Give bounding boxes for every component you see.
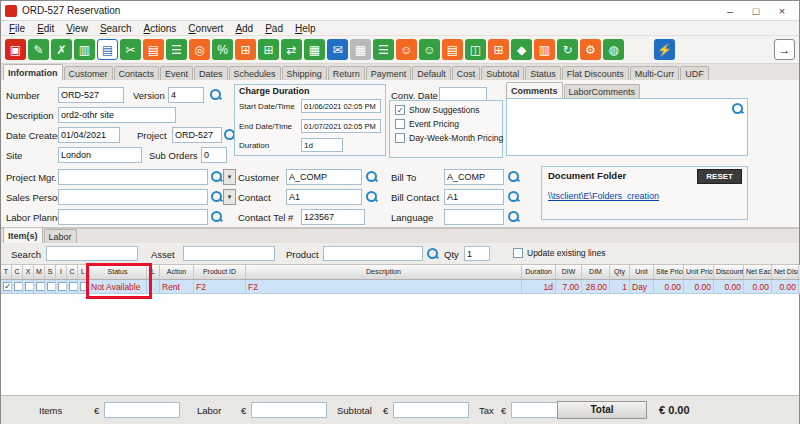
comments-tab-laborcomments[interactable]: LaborComments xyxy=(564,84,641,98)
checkbox-box[interactable] xyxy=(395,119,405,129)
site-input[interactable] xyxy=(58,147,142,163)
notes-icon[interactable]: ☰ xyxy=(166,39,187,60)
version-input[interactable] xyxy=(168,87,204,103)
row-checkbox[interactable] xyxy=(47,282,56,291)
items-total-input[interactable] xyxy=(104,402,180,418)
checkbox-event-pricing[interactable]: Event Pricing xyxy=(395,119,502,129)
locked-icon[interactable]: ▦ xyxy=(350,39,371,60)
duration-input[interactable] xyxy=(301,138,343,152)
tab-return[interactable]: Return xyxy=(328,66,365,80)
customer-input[interactable] xyxy=(286,169,362,185)
subtotal-input[interactable] xyxy=(393,402,469,418)
tab-status[interactable]: Status xyxy=(525,66,561,80)
description-input[interactable] xyxy=(58,107,176,123)
cut-icon[interactable]: ✂ xyxy=(120,39,141,60)
grid-col-m[interactable]: M xyxy=(34,265,45,279)
grid-col-diw[interactable]: DIW xyxy=(556,265,582,279)
grid-col-l[interactable]: L xyxy=(147,265,160,279)
asset-input[interactable] xyxy=(183,246,275,261)
document-folder-link[interactable]: \\tsclient\E\Folders_creation xyxy=(548,191,659,201)
row-checkbox[interactable] xyxy=(58,282,67,291)
tab-customer[interactable]: Customer xyxy=(64,66,113,80)
grid-col-x[interactable]: X xyxy=(23,265,34,279)
product-input[interactable] xyxy=(323,246,423,261)
start-datetime-input[interactable] xyxy=(301,99,381,113)
tab-subtotal[interactable]: Subtotal xyxy=(481,66,524,80)
grid-col-duration[interactable]: Duration xyxy=(522,265,556,279)
checkbox-box[interactable] xyxy=(395,133,405,143)
grid-col-status[interactable]: Status xyxy=(89,265,147,279)
menu-help[interactable]: Help xyxy=(289,23,322,34)
tasks-icon[interactable]: ▤ xyxy=(442,39,463,60)
language-input[interactable] xyxy=(444,209,504,225)
project-mgr-input[interactable] xyxy=(58,169,208,185)
star-icon[interactable]: ◆ xyxy=(511,39,532,60)
contact-search-icon[interactable] xyxy=(365,190,378,203)
menu-file[interactable]: File xyxy=(3,23,31,34)
tab-event[interactable]: Event xyxy=(160,66,193,80)
row-checkbox[interactable] xyxy=(14,282,23,291)
edit-icon[interactable]: ✎ xyxy=(28,39,49,60)
grid-col-description[interactable]: Description xyxy=(246,265,522,279)
discount-icon[interactable]: % xyxy=(212,39,233,60)
reset-button[interactable]: RESET xyxy=(697,169,742,184)
number-input[interactable] xyxy=(58,87,124,103)
purchase-cart-icon[interactable]: ⊞ xyxy=(235,39,256,60)
language-search-icon[interactable] xyxy=(507,210,520,223)
customer-search-icon[interactable] xyxy=(365,170,378,183)
contact-tel-input[interactable] xyxy=(301,209,365,225)
tab-flat-discounts[interactable]: Flat Discounts xyxy=(562,66,629,80)
transfer-icon[interactable]: ⇄ xyxy=(281,39,302,60)
copy-icon[interactable]: ▤ xyxy=(97,39,118,60)
grid-col-net-disc[interactable]: Net Disc xyxy=(772,265,799,279)
row-checkbox[interactable] xyxy=(69,282,78,291)
sales-person-input[interactable] xyxy=(58,189,208,205)
minimize-button[interactable]: – xyxy=(717,5,743,17)
end-datetime-input[interactable] xyxy=(301,119,381,133)
customer-icon[interactable]: ☺ xyxy=(419,39,440,60)
project-input[interactable] xyxy=(172,127,222,143)
menu-pad[interactable]: Pad xyxy=(259,23,289,34)
package-icon[interactable]: ◫ xyxy=(465,39,486,60)
bill-to-input[interactable] xyxy=(444,169,504,185)
grid-col-net-each[interactable]: Net Each xyxy=(744,265,772,279)
menu-actions[interactable]: Actions xyxy=(138,23,183,34)
grid-col-product-id[interactable]: Product ID xyxy=(194,265,246,279)
tab-payment[interactable]: Payment xyxy=(366,66,412,80)
flash-icon[interactable]: ⚡ xyxy=(654,39,675,60)
menu-view[interactable]: View xyxy=(60,23,94,34)
checkout-cart-icon[interactable]: ⊞ xyxy=(258,39,279,60)
exit-icon[interactable]: → xyxy=(774,39,795,60)
update-existing-lines-box[interactable] xyxy=(513,248,523,258)
tab-contacts[interactable]: Contacts xyxy=(114,66,160,80)
checkbox-show-suggestions[interactable]: ✓Show Suggestions xyxy=(395,105,502,115)
sub-orders-input[interactable] xyxy=(201,147,227,163)
bill-to-search-icon[interactable] xyxy=(507,170,520,183)
tab-default[interactable]: Default xyxy=(412,66,451,80)
comments-tab-comments[interactable]: Comments xyxy=(506,82,563,98)
project-mgr-search-icon[interactable] xyxy=(210,170,223,183)
tab-shipping[interactable]: Shipping xyxy=(282,66,327,80)
grid-col-i[interactable]: I xyxy=(56,265,67,279)
sales-person-search-icon[interactable] xyxy=(210,190,223,203)
grid-col-t[interactable]: T xyxy=(1,265,12,279)
product-search-icon[interactable] xyxy=(426,247,439,260)
calculator-icon[interactable]: ⊞ xyxy=(488,39,509,60)
tab-dates[interactable]: Dates xyxy=(194,66,228,80)
search-input[interactable] xyxy=(46,246,138,261)
qty-input[interactable] xyxy=(464,246,490,261)
menu-add[interactable]: Add xyxy=(229,23,259,34)
grid-col-s[interactable]: S xyxy=(45,265,56,279)
settings-icon[interactable]: ⚙ xyxy=(580,39,601,60)
update-existing-lines-checkbox[interactable]: Update existing lines xyxy=(513,248,605,258)
row-checkbox[interactable]: ✓ xyxy=(3,282,12,291)
row-checkbox[interactable] xyxy=(36,282,45,291)
comments-search-icon[interactable] xyxy=(731,102,744,115)
checkbox-box[interactable]: ✓ xyxy=(395,105,405,115)
cancel-icon[interactable]: ✗ xyxy=(51,39,72,60)
tab-information[interactable]: Information xyxy=(3,64,63,80)
date-created-input[interactable] xyxy=(58,127,120,143)
row-checkbox[interactable] xyxy=(80,282,89,291)
menu-edit[interactable]: Edit xyxy=(31,23,60,34)
grid-col-dim[interactable]: DIM xyxy=(582,265,610,279)
